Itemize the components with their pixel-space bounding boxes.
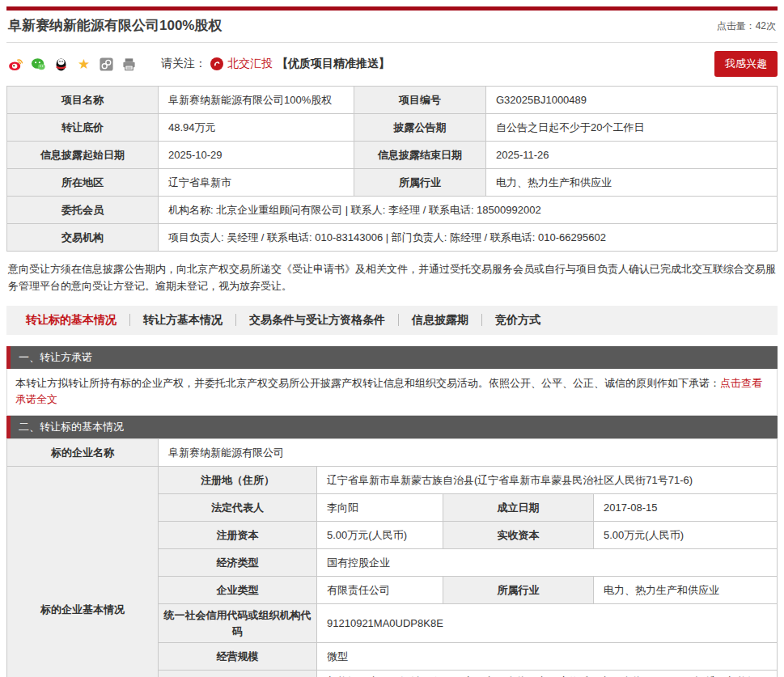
- table-row: 委托会员 机构名称: 北京企业重组顾问有限公司 | 联系人: 李经理 / 联系电…: [7, 197, 778, 224]
- field-value: 5.00万元(人民币): [317, 522, 443, 549]
- table-row: 标的企业基本情况 注册地（住所） 辽宁省阜新市阜新蒙古族自治县(辽宁省阜新市阜蒙…: [7, 467, 778, 494]
- field-value: 2017-08-15: [594, 494, 778, 522]
- tab-transfer-target-basics[interactable]: 转让标的基本情况: [13, 313, 129, 328]
- field-label: 项目名称: [7, 87, 159, 114]
- favorite-star-icon[interactable]: ★: [76, 57, 91, 72]
- detail-tabs: 转让标的基本情况 转让方基本情况 交易条件与受让方资格条件 信息披露期 竞价方式: [6, 306, 778, 335]
- page-title: 阜新赛纳新能源有限公司100%股权: [8, 16, 222, 35]
- section-header-transferor-commitment: 一、转让方承诺: [6, 346, 778, 369]
- share-icon-group: ★: [8, 57, 137, 72]
- field-value: 91210921MA0UDP8K8E: [317, 604, 778, 643]
- field-value: G32025BJ1000489: [486, 87, 778, 114]
- field-label: 所属行业: [354, 169, 486, 197]
- field-label: 注册地（住所）: [159, 467, 317, 494]
- field-value: 5.00万元(人民币): [594, 522, 778, 549]
- field-label: 信息披露起始日期: [7, 142, 159, 169]
- field-value: 有限责任公司: [317, 577, 443, 604]
- field-label: 委托会员: [7, 197, 159, 224]
- tab-bidding-method[interactable]: 竞价方式: [482, 313, 553, 328]
- field-label: 成立日期: [443, 494, 594, 522]
- field-value: 新能源发电工程设计服务，风力发电，光伏发电，生物质发电，光伏项目开发及运维，新能…: [317, 671, 778, 677]
- field-value: 自公告之日起不少于20个工作日: [486, 114, 778, 142]
- section-header-target-basics: 二、转让标的基本情况: [6, 416, 778, 438]
- table-row: 转让底价 48.94万元 披露公告期 自公告之日起不少于20个工作日: [7, 114, 778, 142]
- share-row: ★ 请关注： 北交汇投 【优质项目精准推送】 我感兴趣: [6, 43, 778, 86]
- commitment-body: 本转让方拟转让所持有标的企业产权，并委托北京产权交易所公开披露产权转让信息和组织…: [15, 377, 720, 389]
- field-value: 李向阳: [317, 494, 443, 522]
- follow-prompt: 请关注： 北交汇投 【优质项目精准推送】: [161, 57, 390, 71]
- title-row: 阜新赛纳新能源有限公司100%股权 点击量：42次: [6, 11, 778, 43]
- field-value: 2025-11-26: [486, 142, 778, 169]
- bjhuitou-logo-icon: [210, 57, 223, 70]
- tab-transaction-conditions[interactable]: 交易条件与受让方资格条件: [236, 313, 398, 328]
- print-icon[interactable]: [121, 57, 137, 72]
- table-row: 标的企业名称 阜新赛纳新能源有限公司: [7, 439, 778, 467]
- interested-button[interactable]: 我感兴趣: [714, 51, 778, 77]
- field-label: 经营规模: [159, 643, 317, 671]
- field-value: 2025-10-29: [159, 142, 354, 169]
- project-summary-table: 项目名称 阜新赛纳新能源有限公司100%股权 项目编号 G32025BJ1000…: [6, 86, 778, 252]
- field-label: 披露公告期: [354, 114, 486, 142]
- follow-label: 请关注：: [161, 57, 206, 71]
- field-value: 辽宁省阜新市阜新蒙古族自治县(辽宁省阜新市阜蒙县民治社区人民街71号71-6): [317, 467, 778, 494]
- field-label: 项目编号: [354, 87, 486, 114]
- field-label: 信息披露结束日期: [354, 142, 486, 169]
- field-label: 法定代表人: [159, 494, 317, 522]
- field-label: 实收资本: [443, 522, 594, 549]
- field-value: 国有控股企业: [317, 549, 778, 577]
- field-value: 电力、热力生产和供应业: [594, 577, 778, 604]
- qq-icon[interactable]: [53, 57, 69, 72]
- brand-tagline: 【优质项目精准推送】: [277, 57, 390, 71]
- field-value: 48.94万元: [159, 114, 354, 142]
- field-value: 机构名称: 北京企业重组顾问有限公司 | 联系人: 李经理 / 联系电话: 18…: [159, 197, 778, 224]
- target-company-table: 标的企业名称 阜新赛纳新能源有限公司 标的企业基本情况 注册地（住所） 辽宁省阜…: [6, 438, 778, 677]
- field-label: 转让底价: [7, 114, 159, 142]
- field-label: 统一社会信用代码或组织机构代码: [159, 604, 317, 643]
- field-value: 项目负责人: 吴经理 / 联系电话: 010-83143006 | 部门负责人:…: [159, 224, 778, 252]
- basic-info-group-label: 标的企业基本情况: [7, 467, 159, 677]
- registration-notice: 意向受让方须在信息披露公告期内，向北京产权交易所递交《受让申请书》及相关文件，并…: [6, 261, 778, 295]
- commitment-text: 本转让方拟转让所持有标的企业产权，并委托北京产权交易所公开披露产权转让信息和组织…: [6, 369, 778, 417]
- weibo-icon[interactable]: [8, 57, 23, 72]
- table-row: 所在地区 辽宁省阜新市 所属行业 电力、热力生产和供应业: [7, 169, 778, 197]
- copy-link-icon[interactable]: [99, 57, 114, 72]
- field-label: 标的企业名称: [7, 439, 159, 467]
- field-label: 交易机构: [7, 224, 159, 252]
- field-label: 注册资本: [159, 522, 317, 549]
- field-value: 阜新赛纳新能源有限公司: [159, 439, 778, 467]
- table-row: 交易机构 项目负责人: 吴经理 / 联系电话: 010-83143006 | 部…: [7, 224, 778, 252]
- field-label: 经营范围: [159, 671, 317, 677]
- field-value: 阜新赛纳新能源有限公司100%股权: [159, 87, 354, 114]
- field-value: 微型: [317, 643, 778, 671]
- wechat-icon[interactable]: [31, 57, 46, 72]
- field-label: 所在地区: [7, 169, 159, 197]
- view-count: 点击量：42次: [717, 19, 776, 35]
- bjhuitou-brand-link[interactable]: 北交汇投: [227, 57, 273, 71]
- tab-disclosure-period[interactable]: 信息披露期: [399, 313, 481, 328]
- field-value: 辽宁省阜新市: [159, 169, 354, 197]
- field-label: 企业类型: [159, 577, 317, 604]
- field-label: 经济类型: [159, 549, 317, 577]
- field-label: 所属行业: [443, 577, 594, 604]
- table-row: 信息披露起始日期 2025-10-29 信息披露结束日期 2025-11-26: [7, 142, 778, 169]
- field-value: 电力、热力生产和供应业: [486, 169, 778, 197]
- tab-transferor-basics[interactable]: 转让方基本情况: [130, 313, 235, 328]
- table-row: 项目名称 阜新赛纳新能源有限公司100%股权 项目编号 G32025BJ1000…: [7, 87, 778, 114]
